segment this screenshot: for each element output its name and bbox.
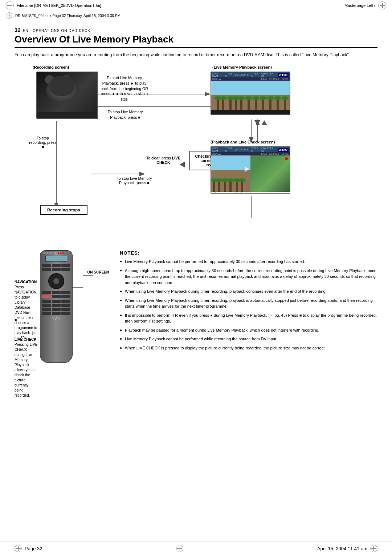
- live-check-area: LIVE CHECK Pressing LIVE CHECK during Li…: [15, 337, 38, 398]
- crosshair-footer-right: [370, 545, 377, 552]
- note-item-4: When using Live Memory Playback during t…: [120, 297, 377, 309]
- note-item-5: It is impossible to perform ITR even if …: [120, 312, 377, 324]
- text-stop-live-2: To stop Live Memory Playback, press ■: [111, 176, 158, 185]
- remote-area: CABLE/SAT ★TV DVD: [15, 250, 109, 374]
- text-stop-recording: To stop recording, press ■: [28, 136, 57, 149]
- section-description: You can play back a programme you are re…: [15, 52, 377, 58]
- arrow-down-right: [254, 120, 260, 125]
- header-right: Masterpage:Left↑: [344, 1, 386, 9]
- screen-ui-bar: DVD-RAM TITLE 9 ▷0:14:50 XP TITLE 9 CHAP…: [211, 72, 290, 77]
- sub-header-left: DR-MV1SEK_00.book Page 32 Thursday, Apri…: [6, 12, 121, 19]
- footer-right: April 15, 2004 11:41 am: [317, 545, 377, 552]
- crosshair-footer-mid: [176, 545, 183, 552]
- on-screen-arrow: [83, 273, 94, 279]
- text-clear: To clear, press LIVE CHECK: [142, 156, 185, 165]
- playback-screen: DVD-RAM TITLE 9 ▷0:14:50 XP TITLE 9 CHAP…: [211, 146, 290, 194]
- navigation-label-text: NAVIGATION: [15, 280, 38, 284]
- header-left: Filename [DR-MV1SEK_05DVD Operation1.fm]: [6, 1, 101, 9]
- playback-label-bar: Live Memory Playback picture Recording p…: [211, 192, 290, 194]
- header-bar: Filename [DR-MV1SEK_05DVD Operation1.fm]…: [0, 0, 392, 11]
- filename-label: Filename [DR-MV1SEK_05DVD Operation1.fm]: [17, 3, 101, 8]
- sub-header: DR-MV1SEK_00.book Page 32 Thursday, Apri…: [0, 11, 392, 20]
- text-start-live: To start Live Memory Playback, press ► t…: [98, 75, 151, 102]
- recording-stops-box: Recording stops: [40, 205, 87, 215]
- live-check-description: Pressing LIVE CHECK during Live Memory P…: [15, 342, 38, 398]
- book-ref-label: DR-MV1SEK_00.book Page 32 Thursday, Apri…: [15, 14, 121, 18]
- playback-label-item-1: Live Memory Playback picture: [211, 191, 251, 194]
- notes-area: NOTES: Live Memory Playback cannot be pe…: [120, 250, 377, 374]
- text-stop-live-1: To stop Live Memory Playback, press ■: [102, 109, 149, 120]
- note-item-7: Live Memory Playback cannot be performed…: [120, 336, 377, 342]
- date-label: April 15, 2004 11:41 am: [317, 546, 367, 551]
- navigation-text-area: NAVIGATION Press NAVIGATION to display L…: [15, 280, 38, 341]
- crosshair-left: [6, 1, 14, 9]
- notes-list: Live Memory Playback cannot be performed…: [120, 259, 377, 351]
- diagram-container: (Recording screen) To start Live Memory …: [15, 65, 377, 243]
- footer-left: Page 32: [15, 545, 42, 552]
- stop-label: ■: [15, 318, 38, 322]
- stop-label-area: ■: [15, 318, 38, 323]
- remote-body: CABLE/SAT ★TV DVD: [40, 250, 73, 363]
- note-item-3: When using Live Memory Playback during t…: [120, 288, 377, 295]
- split-left: [211, 155, 250, 192]
- crosshair-footer-left: [15, 545, 22, 552]
- recording-screen-visual: [37, 72, 97, 112]
- live-memory-screen: DVD-RAM TITLE 9 ▷0:14:50 XP TITLE 9 CHAP…: [211, 72, 290, 115]
- navigation-description: Press NAVIGATION to display Library Data…: [15, 285, 38, 341]
- notes-heading: NOTES:: [120, 250, 377, 256]
- playback-screen-label: (Playback and Live Check screen): [211, 140, 275, 144]
- arrow-up-right: [261, 120, 267, 125]
- note-item-2: Although high-speed search up to approxi…: [120, 268, 377, 286]
- crosshair-sub-left: [6, 12, 12, 19]
- masterpage-label: Masterpage:Left↑: [344, 3, 375, 8]
- remote-section: CABLE/SAT ★TV DVD: [15, 250, 109, 374]
- main-content: 32 EN OPERATIONS ON DVD DECK Overview Of…: [0, 20, 392, 380]
- recording-screen: [36, 72, 98, 119]
- note-item-8: When LIVE CHECK is pressed to display th…: [120, 345, 377, 351]
- page-label: Page 32: [25, 546, 42, 551]
- navigation-label: [73, 285, 83, 291]
- section-en-label: EN OPERATIONS ON DVD DECK: [23, 29, 90, 33]
- section-title: Overview Of Live Memory Playback: [15, 34, 377, 48]
- section-number: 32: [15, 27, 21, 33]
- split-screen: [211, 155, 290, 192]
- arrow-left-check: [180, 162, 185, 169]
- notes-section: CABLE/SAT ★TV DVD: [15, 250, 377, 374]
- crosshair-right: [378, 1, 386, 9]
- note-item-6: Playback may be paused for a moment duri…: [120, 327, 377, 333]
- live-memory-screen-label: (Live Memory Playback screen): [212, 65, 272, 69]
- split-right: [250, 155, 290, 192]
- footer-bar: Page 32 April 15, 2004 11:41 am: [0, 542, 392, 555]
- live-screen-visual: [211, 81, 290, 110]
- recording-screen-label: (Recording screen): [33, 65, 69, 69]
- section-heading: 32 EN OPERATIONS ON DVD DECK: [15, 27, 377, 33]
- note-item-1: Live Memory Playback cannot be performed…: [120, 259, 377, 265]
- live-check-label: LIVE CHECK: [15, 337, 38, 341]
